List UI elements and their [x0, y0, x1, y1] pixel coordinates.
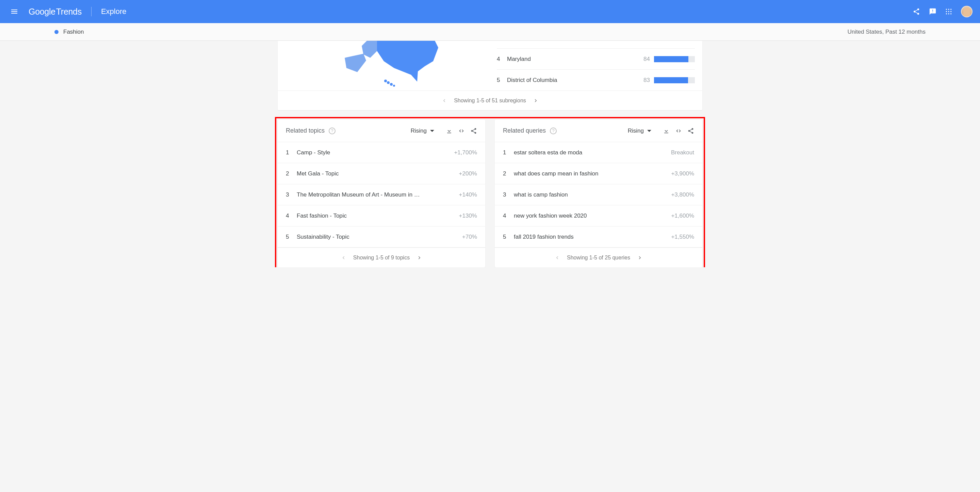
download-button[interactable]: [663, 127, 670, 134]
menu-button[interactable]: [8, 5, 21, 18]
region-bar: [654, 56, 695, 62]
related-topics-card: Related topics ? Rising 1 C: [278, 120, 485, 267]
list-row[interactable]: 5 fall 2019 fashion trends +1,550%: [495, 227, 702, 248]
list-rank: 1: [286, 149, 297, 156]
sort-label: Rising: [411, 127, 427, 134]
list-row[interactable]: 2 what does camp mean in fashion +3,900%: [495, 163, 702, 184]
svg-point-11: [390, 83, 393, 86]
logo[interactable]: Google Trends: [29, 7, 82, 17]
us-map-icon[interactable]: [326, 41, 449, 89]
sort-dropdown[interactable]: Rising: [411, 127, 434, 134]
logo-trends: Trends: [56, 7, 82, 17]
chevron-right-icon: [637, 255, 643, 261]
svg-point-2: [950, 9, 951, 10]
card-title: Related queries: [503, 127, 546, 134]
share-icon: [470, 127, 477, 134]
avatar-image: [963, 8, 970, 17]
search-term[interactable]: Fashion: [63, 29, 84, 35]
region-name: Maryland: [507, 56, 643, 63]
filter-bar: Fashion United States, Past 12 months: [0, 23, 980, 41]
list-row[interactable]: 3 what is camp fashion +3,800%: [495, 184, 702, 205]
prev-button[interactable]: [436, 95, 452, 106]
region-value: 83: [643, 77, 650, 84]
region-row[interactable]: 5 District of Columbia 83: [497, 69, 695, 90]
prev-button[interactable]: [549, 252, 565, 263]
svg-point-9: [384, 79, 387, 82]
list-label: estar soltera esta de moda: [514, 149, 671, 156]
list-row[interactable]: 5 Sustainability - Topic +70%: [278, 227, 485, 248]
embed-button[interactable]: [458, 127, 465, 134]
next-button[interactable]: [528, 95, 544, 106]
region-rank: 4: [497, 56, 507, 63]
svg-point-4: [948, 11, 949, 12]
apps-icon: [945, 8, 952, 15]
svg-point-5: [950, 11, 951, 12]
svg-point-10: [387, 81, 390, 84]
chevron-left-icon: [340, 255, 347, 261]
prev-button[interactable]: [336, 252, 351, 263]
sort-label: Rising: [628, 127, 644, 134]
list-row[interactable]: 4 new york fashion week 2020 +1,600%: [495, 205, 702, 227]
divider: [91, 7, 92, 16]
download-button[interactable]: [446, 127, 453, 134]
svg-point-6: [946, 13, 947, 14]
region-row[interactable]: 4 Maryland 84: [497, 48, 695, 69]
list-value: +140%: [459, 191, 477, 198]
list-row[interactable]: 1 Camp - Style +1,700%: [278, 142, 485, 163]
main-content: 4 Maryland 84 5 District of Columbia 83: [278, 41, 702, 267]
svg-point-7: [948, 13, 949, 14]
card-header: Related topics ? Rising: [278, 120, 485, 142]
share-icon: [687, 127, 694, 134]
list-value: +130%: [459, 213, 477, 219]
region-card: 4 Maryland 84 5 District of Columbia 83: [278, 41, 702, 110]
next-button[interactable]: [412, 252, 427, 263]
topics-pagination: Showing 1-5 of 9 topics: [278, 248, 485, 267]
list-row[interactable]: 4 Fast fashion - Topic +130%: [278, 205, 485, 227]
avatar[interactable]: [961, 6, 972, 17]
list-value: +70%: [462, 233, 477, 240]
share-button[interactable]: [470, 127, 477, 134]
share-button[interactable]: [687, 127, 694, 134]
download-icon: [663, 127, 670, 134]
share-button[interactable]: [913, 8, 920, 15]
term-color-dot: [54, 30, 59, 34]
region-rank: 5: [497, 77, 507, 84]
embed-button[interactable]: [675, 127, 682, 134]
list-row[interactable]: 1 estar soltera esta de moda Breakout: [495, 142, 702, 163]
list-value: +1,600%: [671, 213, 694, 219]
pagination-text: Showing 1-5 of 9 topics: [353, 255, 410, 261]
region-pagination: Showing 1-5 of 51 subregions: [278, 90, 702, 110]
list-value: +1,550%: [671, 233, 694, 240]
list-label: Fast fashion - Topic: [297, 213, 459, 219]
share-icon: [913, 8, 920, 15]
list-row[interactable]: 2 Met Gala - Topic +200%: [278, 163, 485, 184]
list-value: +3,900%: [671, 170, 694, 177]
feedback-button[interactable]: [929, 8, 937, 15]
card-header: Related queries ? Rising: [495, 120, 702, 142]
list-value: +3,800%: [671, 191, 694, 198]
map-container: [278, 41, 497, 90]
chevron-left-icon: [441, 98, 447, 104]
list-rank: 3: [503, 191, 514, 198]
app-header: Google Trends Explore: [0, 0, 980, 23]
sort-dropdown[interactable]: Rising: [628, 127, 651, 134]
svg-point-12: [393, 85, 395, 87]
queries-pagination: Showing 1-5 of 25 queries: [495, 248, 702, 267]
help-icon[interactable]: ?: [329, 127, 336, 134]
help-icon[interactable]: ?: [550, 127, 557, 134]
region-list: 4 Maryland 84 5 District of Columbia 83: [497, 41, 702, 90]
list-label: Sustainability - Topic: [297, 233, 462, 240]
feedback-icon: [929, 8, 937, 15]
chevron-down-icon: [647, 130, 651, 132]
list-rank: 3: [286, 191, 297, 198]
page-title[interactable]: Explore: [101, 7, 127, 16]
apps-button[interactable]: [945, 8, 952, 15]
next-button[interactable]: [632, 252, 648, 263]
related-row: Related topics ? Rising 1 C: [278, 120, 702, 267]
list-label: fall 2019 fashion trends: [514, 233, 671, 240]
chevron-left-icon: [554, 255, 560, 261]
filter-summary[interactable]: United States, Past 12 months: [847, 29, 926, 35]
list-rank: 5: [503, 233, 514, 240]
list-rank: 2: [503, 170, 514, 177]
list-row[interactable]: 3 The Metropolitan Museum of Art - Museu…: [278, 184, 485, 205]
